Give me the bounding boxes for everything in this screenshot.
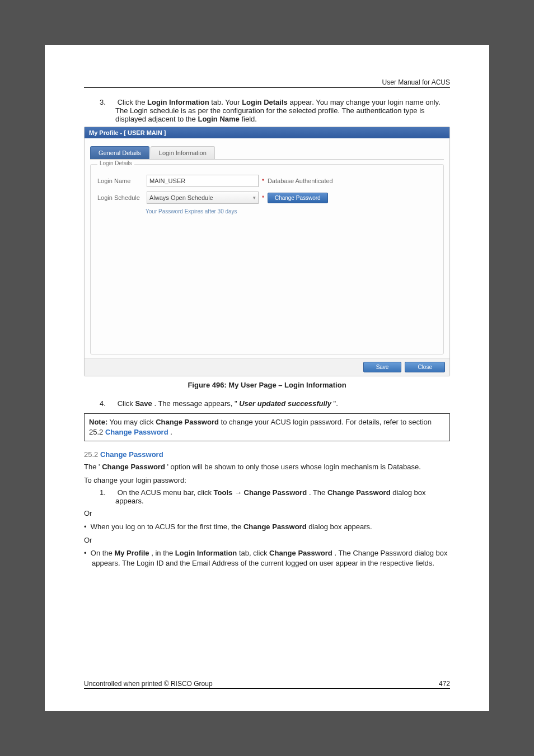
screenshot-footer: Save Close [85, 358, 449, 376]
save-button[interactable]: Save [363, 362, 402, 372]
b2-e: tab, click [239, 549, 269, 557]
or-2: Or [84, 535, 450, 545]
s1-arrow: → [235, 488, 244, 497]
note-link-change-password[interactable]: Change Password [105, 428, 168, 436]
page-footer: Uncontrolled when printed © RISCO Group … [84, 680, 450, 689]
s1-b: Tools [214, 488, 233, 497]
b1-a: When you log on to ACUS for the first ti… [91, 522, 243, 531]
password-expiry-hint: Your Password Expires after 30 days [146, 208, 438, 214]
header-rule [84, 87, 450, 88]
footer-page-number: 472 [439, 680, 450, 688]
fieldset-legend: Login Details [97, 160, 134, 166]
step-4-b: Save [135, 399, 152, 408]
b1-b: Change Password [243, 522, 307, 531]
step-3-text-c: tab. Your [211, 98, 242, 106]
section-number: 25.2 [84, 450, 100, 459]
s1-c: Change Password [244, 488, 307, 497]
step-4-d: User updated successfully [239, 399, 331, 408]
row-login-schedule: Login Schedule Always Open Schedule ▾ * … [96, 192, 438, 204]
s1-d: . The [309, 488, 327, 497]
chevron-down-icon: ▾ [253, 195, 256, 200]
note-f: . [170, 428, 172, 436]
p1-c: ' option will be shown to only those use… [167, 463, 420, 471]
step-3: 3. Click the Login Information tab. Your… [84, 98, 450, 123]
page: User Manual for ACUS 3. Click the Login … [45, 45, 489, 711]
login-schedule-select[interactable]: Always Open Schedule ▾ [147, 192, 259, 204]
step-3-text-d: Login Details [242, 98, 288, 106]
b2-b: My Profile [114, 549, 149, 557]
note-c: Change Password [156, 418, 219, 426]
b2-c: , in the [151, 549, 175, 557]
bullet-2: • On the My Profile , in the Login Infor… [84, 548, 450, 568]
login-name-label: Login Name [96, 178, 147, 184]
step-3-text-g: field. [241, 115, 256, 123]
step-4: 4. Click Save . The message appears, " U… [84, 399, 450, 408]
step-4-e: ". [334, 399, 338, 408]
embedded-screenshot: My Profile - [ USER MAIN ] General Detai… [84, 127, 450, 376]
login-schedule-value: Always Open Schedule [149, 194, 213, 201]
s1-a: On the ACUS menu bar, click [118, 488, 214, 497]
section-heading: 25.2 Change Password [84, 450, 450, 459]
tab-strip: General Details Login Information [90, 146, 444, 160]
p1-b: Change Password [102, 463, 165, 471]
step-4-c: . The message appears, " [154, 399, 237, 408]
footer-left: Uncontrolled when printed © RISCO Group [84, 680, 213, 688]
b2-d: Login Information [175, 549, 237, 557]
step-4-a: Click [118, 399, 135, 408]
note-box: Note: You may click Change Password to c… [84, 413, 450, 441]
login-details-fieldset: Login Details Login Name * Database Auth… [90, 164, 444, 354]
note-label: Note: [89, 418, 107, 426]
step-3-number: 3. [100, 98, 110, 106]
login-name-input[interactable] [147, 175, 259, 187]
close-button[interactable]: Close [405, 362, 445, 372]
tab-login-information[interactable]: Login Information [151, 146, 215, 159]
p1-a: The ' [84, 463, 100, 471]
screenshot-body: General Details Login Information Login … [85, 138, 449, 358]
or-1: Or [84, 508, 450, 519]
note-b: You may click [110, 418, 156, 426]
required-marker-2: * [262, 195, 264, 201]
s1-e: Change Password [327, 488, 391, 497]
b1-c: dialog box appears. [308, 522, 372, 531]
auth-type-text: Database Authenticated [268, 178, 333, 184]
substep-1-number: 1. [100, 488, 110, 497]
paragraph-2: To change your login password: [84, 475, 450, 486]
change-password-button[interactable]: Change Password [268, 193, 328, 203]
login-schedule-label: Login Schedule [96, 194, 147, 201]
substep-1: 1. On the ACUS menu bar, click Tools → C… [115, 488, 450, 505]
b2-a: On the [91, 549, 115, 557]
required-marker-1: * [262, 178, 264, 184]
paragraph-1: The ' Change Password ' option will be s… [84, 462, 450, 472]
window-title: My Profile - [ USER MAIN ] [85, 127, 449, 138]
step-4-number: 4. [100, 399, 110, 408]
figure-caption: Figure 496: My User Page – Login Informa… [84, 381, 450, 389]
bullet-1: • When you log on to ACUS for the first … [84, 522, 450, 532]
b2-f: Change Password [269, 549, 332, 557]
header-text: User Manual for ACUS [84, 78, 450, 86]
step-3-text-b: Login Information [147, 98, 209, 106]
section-title: Change Password [100, 450, 163, 459]
step-3-text-a: Click the [118, 98, 147, 106]
step-3-text-f: Login Name [198, 115, 239, 123]
row-login-name: Login Name * Database Authenticated [96, 175, 438, 187]
tab-general-details[interactable]: General Details [90, 146, 149, 159]
